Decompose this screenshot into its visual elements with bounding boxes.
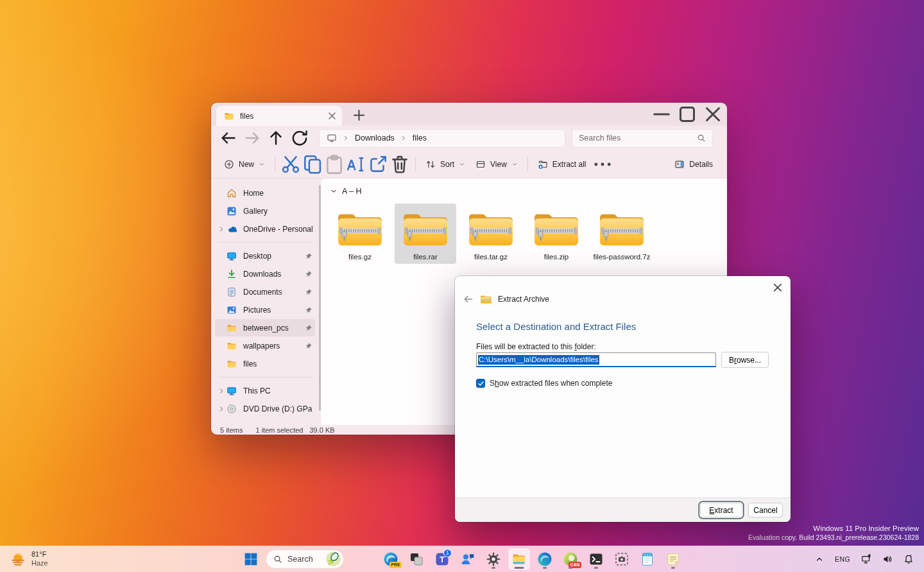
- paste-button[interactable]: [323, 154, 345, 175]
- taskbar-app-sticky-notes[interactable]: [662, 548, 684, 570]
- file-tile-zip-folder[interactable]: files.tar.gz: [460, 204, 522, 264]
- forward-button[interactable]: [243, 128, 262, 148]
- taskbar-app-file-explorer[interactable]: [508, 548, 530, 570]
- file-tile-zip-folder[interactable]: files.zip: [526, 204, 587, 264]
- see-more-button[interactable]: [592, 154, 613, 175]
- show-files-checkbox-row[interactable]: Show extracted files when complete: [476, 379, 612, 388]
- sidebar-item-documents[interactable]: Documents: [215, 283, 315, 300]
- tab-close-icon[interactable]: [326, 110, 338, 122]
- sidebar-item-gallery[interactable]: Gallery: [215, 202, 315, 220]
- taskbar-app-edge[interactable]: [534, 548, 556, 570]
- taskbar-app-notepad[interactable]: [637, 548, 658, 570]
- task-view-icon: [409, 551, 424, 567]
- sidebar-item-folder[interactable]: wallpapers: [215, 337, 315, 354]
- taskbar-app-people-chat[interactable]: [457, 548, 479, 570]
- extract-all-icon: [538, 159, 548, 169]
- cancel-button[interactable]: Cancel: [748, 503, 783, 517]
- rename-button[interactable]: [345, 154, 367, 175]
- expander-chevron-icon[interactable]: [218, 207, 225, 215]
- expander-chevron-icon[interactable]: [218, 405, 225, 413]
- minimize-button[interactable]: [649, 103, 674, 126]
- sidebar-item-desktop[interactable]: Desktop: [215, 247, 315, 264]
- network-icon[interactable]: [860, 553, 873, 566]
- extract-all-button[interactable]: Extract all: [533, 154, 592, 175]
- back-button[interactable]: [219, 128, 238, 148]
- close-button[interactable]: [700, 103, 726, 126]
- file-tile-zip-folder[interactable]: files.rar: [395, 204, 456, 264]
- sidebar-scrollbar[interactable]: [319, 185, 321, 411]
- notification-bell-icon[interactable]: z: [902, 553, 915, 566]
- sidebar-item-dvd[interactable]: DVD Drive (D:) GParted-liv: [215, 400, 315, 417]
- cut-button[interactable]: [280, 154, 302, 175]
- up-button[interactable]: [266, 128, 286, 148]
- maximize-button[interactable]: [674, 103, 700, 126]
- taskbar-app-snipping-tool[interactable]: [611, 548, 633, 570]
- sidebar-item-pictures[interactable]: Pictures: [215, 301, 315, 318]
- chevron-down-icon: [459, 161, 465, 168]
- expander-chevron-icon[interactable]: [218, 252, 225, 260]
- input-language-indicator[interactable]: ENG: [834, 554, 851, 564]
- taskbar-app-edge-canary[interactable]: CAN: [560, 548, 581, 570]
- snipping-tool-icon: [614, 551, 629, 567]
- sidebar-item-thispc[interactable]: This PC: [215, 382, 315, 399]
- sidebar-item-onedrive[interactable]: OneDrive - Personal: [215, 220, 315, 238]
- sidebar-item-folder[interactable]: files: [215, 355, 315, 372]
- breadcrumb-files[interactable]: files: [413, 134, 427, 143]
- taskbar-search[interactable]: Search: [266, 550, 344, 569]
- checkbox-checked[interactable]: [476, 379, 485, 388]
- refresh-button[interactable]: [290, 128, 309, 148]
- expander-chevron-icon[interactable]: [218, 360, 225, 368]
- new-tab-button[interactable]: [350, 107, 368, 124]
- taskbar-app-settings-gear[interactable]: [483, 548, 504, 570]
- copy-button[interactable]: [302, 154, 323, 175]
- delete-button[interactable]: [389, 154, 411, 175]
- explorer-tab-files[interactable]: files: [216, 106, 342, 126]
- new-button[interactable]: New: [219, 154, 270, 175]
- tray-overflow-chevron-icon[interactable]: [814, 553, 825, 565]
- notepad-icon: [640, 551, 655, 567]
- sidebar-item-downloads[interactable]: Downloads: [215, 265, 315, 282]
- destination-path-input[interactable]: C:\Users\m__la\Downloads\files\files: [476, 352, 716, 367]
- expander-chevron-icon[interactable]: [218, 306, 225, 314]
- taskbar-app-task-view[interactable]: [406, 548, 427, 570]
- breadcrumb-downloads[interactable]: Downloads: [355, 134, 395, 143]
- sort-label: Sort: [440, 160, 454, 169]
- dialog-close-icon[interactable]: [771, 281, 785, 295]
- expander-chevron-icon[interactable]: [218, 288, 225, 296]
- weather-widget[interactable]: 81°F Haze: [6, 546, 52, 572]
- expander-chevron-icon[interactable]: [218, 189, 225, 197]
- taskbar-app-terminal[interactable]: [585, 548, 607, 570]
- gallery-icon: [227, 206, 237, 216]
- share-button[interactable]: [367, 154, 389, 175]
- dialog-back-button[interactable]: [463, 293, 474, 305]
- sidebar-divider: [219, 377, 313, 377]
- expander-chevron-icon[interactable]: [218, 324, 225, 332]
- address-bar[interactable]: Downloads files: [319, 129, 565, 148]
- expander-chevron-icon[interactable]: [218, 270, 225, 278]
- sidebar-item-label: files: [243, 360, 312, 368]
- volume-icon[interactable]: [881, 553, 894, 566]
- edge-icon: [537, 551, 552, 567]
- taskbar-app-edge-dev[interactable]: PRE: [380, 548, 402, 570]
- command-toolbar: New Sort View Ext: [211, 150, 727, 178]
- sort-button[interactable]: Sort: [420, 154, 470, 175]
- sidebar-item-folder[interactable]: between_pcs: [215, 319, 315, 336]
- file-name: files-password.7z: [594, 253, 651, 261]
- group-collapse-icon[interactable]: [330, 187, 338, 195]
- expander-chevron-icon[interactable]: [218, 225, 225, 233]
- file-tile-zip-folder[interactable]: files-password.7z: [591, 204, 653, 264]
- taskbar-app-teams[interactable]: T 1: [431, 548, 453, 570]
- expander-chevron-icon[interactable]: [218, 387, 225, 395]
- extract-button[interactable]: Extract: [700, 503, 742, 517]
- weather-haze-icon: [10, 551, 26, 568]
- details-button[interactable]: Details: [669, 154, 718, 175]
- browse-button[interactable]: Browse...: [721, 352, 769, 368]
- view-button[interactable]: View: [470, 154, 523, 175]
- expander-chevron-icon[interactable]: [218, 342, 225, 350]
- explorer-search-box[interactable]: Search files: [572, 129, 713, 148]
- evaluation-watermark: Windows 11 Pro Insider Preview Evaluatio…: [748, 524, 919, 542]
- file-tile-zip-folder[interactable]: files.gz: [329, 204, 391, 264]
- sidebar-item-home[interactable]: Home: [215, 184, 315, 202]
- start-button[interactable]: [240, 548, 262, 570]
- group-header[interactable]: A – H: [329, 185, 727, 204]
